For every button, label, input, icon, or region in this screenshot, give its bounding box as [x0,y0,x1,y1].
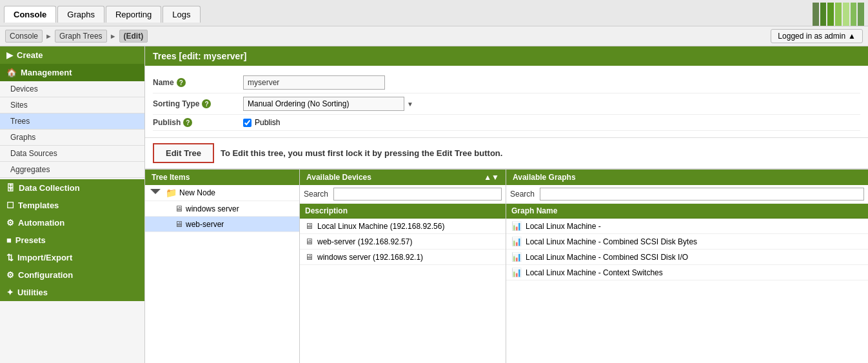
sidebar-item-sites[interactable]: Sites [0,97,144,113]
configuration-label: Configuration [18,270,73,280]
device-list-item-1[interactable]: 🖥 web-server (192.168.92.57) [300,234,506,250]
edit-tree-message: To Edit this tree, you must first lock i… [221,148,502,158]
sidebar-utilities[interactable]: ✦ Utilities [0,284,144,301]
sidebar-presets[interactable]: ■ Presets [0,231,144,249]
management-label: Management [21,68,72,77]
graph-icon-0: 📊 [511,221,522,231]
folder-icon: 📁 [166,188,177,198]
device-list-item-0[interactable]: 🖥 Local Linux Machine (192.168.92.56) [300,219,506,234]
device-search-input[interactable] [333,188,502,201]
sidebar-configuration[interactable]: ⚙ Configuration [0,266,144,284]
expand-icon[interactable] [150,189,161,197]
tab-graphs[interactable]: Graphs [57,6,104,23]
tree-item-web-server[interactable]: 🖥 web-server [145,217,299,232]
breadcrumb-bar: Console ► Graph Trees ► (Edit) Logged in… [0,26,868,46]
logged-in-badge: Logged in as admin ▲ [771,29,863,43]
breadcrumb-sep-1: ► [45,32,52,40]
graph-icon-2: 📊 [511,252,522,262]
device-list-label-2: windows server (192.168.92.1) [317,253,423,262]
tree-panel-header: Tree Items [145,170,299,185]
tree-item-label: New Node [179,188,215,197]
device-panel-header: Available Devices ▲▼ [300,170,506,185]
sidebar-item-data-sources[interactable]: Data Sources [0,146,144,162]
breadcrumb-console[interactable]: Console [5,30,43,43]
tree-item-windows-server[interactable]: 🖥 windows server [145,201,299,217]
panels-row: Tree Items 📁 New Node 🖥 windows server 🖥 [145,169,868,363]
graph-list-label-1: Local Linux Machine - Combined SCSI Disk… [526,237,697,246]
graph-list-label-2: Local Linux Machine - Combined SCSI Disk… [526,253,688,262]
automation-icon: ⚙ [6,218,14,228]
sort-updown-icon[interactable]: ▲▼ [484,173,499,182]
content-area: Trees [edit: myserver] Name ? Sorting Ty… [145,46,868,363]
device-list-label-0: Local Linux Machine (192.168.92.56) [317,222,444,231]
graph-list-item-1[interactable]: 📊 Local Linux Machine - Combined SCSI Di… [506,234,868,250]
sidebar: ▶ Create 🏠 Management Devices Sites Tree… [0,46,145,363]
sidebar-data-collection[interactable]: 🗄 Data Collection [0,179,144,197]
sorting-label: Sorting Type ? [153,99,243,108]
tab-reporting[interactable]: Reporting [106,6,161,23]
tree-panel: Tree Items 📁 New Node 🖥 windows server 🖥 [145,170,300,363]
sorting-select-wrap: Manual Ordering (No Sorting) ▼ [243,97,860,111]
device-list-item-2[interactable]: 🖥 windows server (192.168.92.1) [300,250,506,265]
section-title: Trees [edit: myserver] [145,46,868,66]
device-search-label: Search [304,190,328,199]
graph-list-item-0[interactable]: 📊 Local Linux Machine - [506,219,868,234]
management-icon: 🏠 [6,68,17,77]
create-label: Create [17,50,43,60]
breadcrumb-graph-trees[interactable]: Graph Trees [55,30,107,43]
sorting-help-icon[interactable]: ? [202,99,211,108]
device-search-row: Search [300,185,506,204]
tree-item-label: web-server [186,220,224,229]
data-collection-icon: 🗄 [6,183,15,193]
logged-in-text: Logged in as admin [778,32,845,41]
sorting-select[interactable]: Manual Ordering (No Sorting) [243,97,404,111]
presets-label: Presets [15,235,46,245]
graph-icon-3: 📊 [511,268,522,277]
templates-icon: ☐ [6,201,14,210]
breadcrumb-sep-2: ► [110,32,117,40]
top-nav: Console Graphs Reporting Logs [0,0,868,26]
name-help-icon[interactable]: ? [177,78,186,87]
publish-help-icon[interactable]: ? [183,118,192,127]
publish-label: Publish ? [153,118,243,127]
tree-item-new-node[interactable]: 📁 New Node [145,185,299,201]
sidebar-item-graphs[interactable]: Graphs [0,130,144,146]
graph-panel: Available Graphs Search Graph Name 📊 Loc… [506,170,868,363]
sidebar-management[interactable]: 🏠 Management [0,64,144,81]
sidebar-automation[interactable]: ⚙ Automation [0,214,144,231]
graph-list-item-3[interactable]: 📊 Local Linux Machine - Context Switches [506,265,868,280]
sidebar-item-trees[interactable]: Trees [0,113,144,130]
edit-tree-button[interactable]: Edit Tree [153,143,214,163]
sorting-value: Manual Ordering (No Sorting) ▼ [243,97,860,111]
tab-console[interactable]: Console [4,6,56,23]
logo-area [813,3,864,26]
device-panel: Available Devices ▲▼ Search Description … [300,170,506,363]
tab-logs[interactable]: Logs [163,6,200,23]
device-list-icon-1: 🖥 [305,237,313,246]
select-arrow-icon: ▼ [407,101,413,108]
edit-tree-row: Edit Tree To Edit this tree, you must fi… [145,138,868,169]
name-input[interactable] [243,75,385,90]
graph-icon-1: 📊 [511,237,522,246]
form-row-publish: Publish ? Publish [153,115,860,131]
sidebar-import-export[interactable]: ⇅ Import/Export [0,249,144,266]
tree-item-label: windows server [186,204,239,213]
graph-list-item-2[interactable]: 📊 Local Linux Machine - Combined SCSI Di… [506,250,868,265]
sidebar-templates[interactable]: ☐ Templates [0,197,144,214]
device-list-icon-0: 🖥 [305,221,313,231]
publish-value: Publish [243,118,860,127]
graph-search-input[interactable] [540,188,864,201]
automation-label: Automation [18,218,64,228]
sidebar-item-aggregates[interactable]: Aggregates [0,162,144,178]
sidebar-item-devices[interactable]: Devices [0,81,144,97]
import-export-label: Import/Export [17,253,72,262]
graph-search-row: Search [506,185,868,204]
device-list-icon-2: 🖥 [305,252,313,262]
presets-icon: ■ [6,235,12,245]
utilities-icon: ✦ [6,288,14,297]
sidebar-create[interactable]: ▶ Create [0,46,144,64]
publish-text: Publish [255,118,280,127]
publish-checkbox[interactable] [243,119,252,127]
main-layout: ▶ Create 🏠 Management Devices Sites Tree… [0,46,868,363]
name-label: Name ? [153,78,243,87]
